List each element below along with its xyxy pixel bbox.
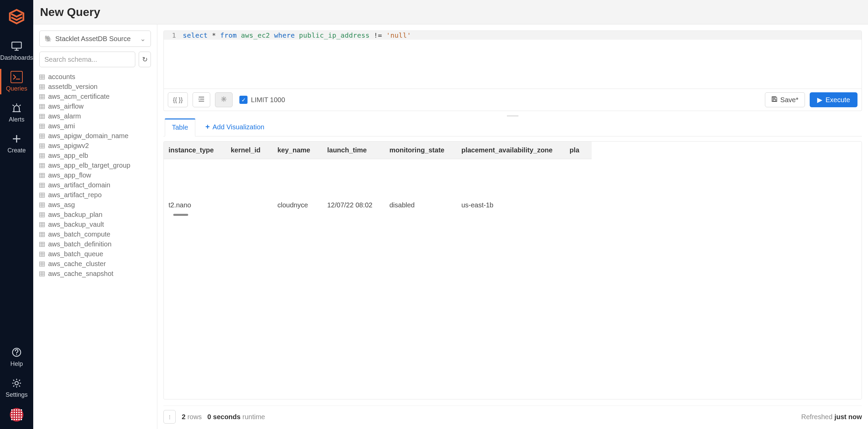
nav-item-alerts[interactable]: Alerts xyxy=(0,97,33,128)
table-column-header[interactable]: placement_availability_zone xyxy=(457,142,565,159)
add-vis-label: Add Visualization xyxy=(213,123,264,131)
schema-table-item[interactable]: aws_batch_queue xyxy=(39,249,150,259)
schema-table-item[interactable]: aws_app_flow xyxy=(39,170,150,180)
table-column-header[interactable]: key_name xyxy=(273,142,322,159)
sql-editor[interactable]: 1 select * from aws_ec2 where public_ip_… xyxy=(163,31,862,89)
table-column-header[interactable]: kernel_id xyxy=(226,142,273,159)
svg-line-18 xyxy=(13,380,14,381)
svg-rect-134 xyxy=(773,99,776,101)
svg-rect-122 xyxy=(40,272,45,276)
table-icon xyxy=(39,193,45,198)
schema-table-item[interactable]: aws_asg xyxy=(39,200,150,210)
schema-table-item[interactable]: aws_apigw_domain_name xyxy=(39,131,150,141)
table-column-header[interactable]: pla xyxy=(565,142,592,159)
schema-table-item[interactable]: aws_app_elb_target_group xyxy=(39,161,150,170)
svg-rect-27 xyxy=(40,85,45,89)
schema-table-item[interactable]: aws_batch_definition xyxy=(39,239,150,249)
schema-table-item[interactable]: accounts xyxy=(39,72,150,82)
svg-rect-67 xyxy=(40,163,45,168)
monitor-icon xyxy=(11,40,23,52)
kebab-icon: ⋮ xyxy=(167,414,172,419)
results-menu-button[interactable]: ⋮ xyxy=(163,410,176,424)
table-icon xyxy=(39,262,45,266)
table-icon xyxy=(39,212,45,217)
nav-label: Queries xyxy=(6,85,27,92)
nav-label: Create xyxy=(7,147,26,154)
schema-table-item[interactable]: aws_batch_compute xyxy=(39,229,150,239)
svg-rect-117 xyxy=(40,262,45,266)
schema-table-item[interactable]: aws_backup_vault xyxy=(39,220,150,229)
schema-refresh-button[interactable]: ↻ xyxy=(139,52,151,67)
table-cell xyxy=(226,197,273,214)
query-params-button[interactable]: {{ }} xyxy=(168,92,188,107)
schema-table-item[interactable]: aws_alarm xyxy=(39,111,150,121)
table-column-header[interactable]: instance_type xyxy=(164,142,226,159)
data-source-select[interactable]: 🐘 Stacklet AssetDB Source ⌄ xyxy=(39,31,151,47)
schema-table-item[interactable]: aws_airflow xyxy=(39,101,150,111)
autocomplete-button[interactable] xyxy=(215,92,233,107)
results-table-container[interactable]: instance_typekernel_idkey_namelaunch_tim… xyxy=(163,141,862,399)
table-column-header[interactable]: launch_time xyxy=(322,142,384,159)
table-column-header[interactable]: monitoring_state xyxy=(384,142,456,159)
schema-table-name: aws_batch_definition xyxy=(48,240,112,248)
schema-table-name: aws_artifact_repo xyxy=(48,191,102,199)
editor-gutter: 1 xyxy=(164,31,180,40)
table-icon xyxy=(39,242,45,247)
schema-table-item[interactable]: aws_artifact_domain xyxy=(39,180,150,190)
checkbox-checked-icon: ✓ xyxy=(239,96,248,104)
nav-item-queries[interactable]: Queries xyxy=(0,66,33,97)
format-icon xyxy=(198,96,205,104)
svg-rect-62 xyxy=(40,153,45,158)
svg-point-13 xyxy=(15,381,18,385)
nav-item-create[interactable]: Create xyxy=(0,128,33,159)
schema-table-item[interactable]: assetdb_version xyxy=(39,82,150,92)
schema-table-name: assetdb_version xyxy=(48,83,98,91)
refresh-icon: ↻ xyxy=(142,55,148,63)
svg-rect-52 xyxy=(40,134,45,138)
table-row[interactable]: t2.nanocloudnyce12/07/22 08:02disabledus… xyxy=(164,197,592,214)
schema-table-item[interactable]: aws_app_elb xyxy=(39,151,150,161)
schema-table-item[interactable]: aws_apigwv2 xyxy=(39,141,150,151)
svg-rect-112 xyxy=(40,252,45,256)
results-tabs: Table + Add Visualization xyxy=(163,118,862,136)
schema-table-item[interactable]: aws_acm_certificate xyxy=(39,92,150,101)
svg-rect-82 xyxy=(40,193,45,197)
nav-item-apps[interactable] xyxy=(0,403,33,429)
horizontal-scroll-thumb[interactable] xyxy=(173,214,188,216)
svg-rect-77 xyxy=(40,183,45,187)
results-footer: ⋮ 2 rows 0 seconds runtime Refreshed jus… xyxy=(163,406,862,429)
svg-rect-107 xyxy=(40,242,45,246)
nav-item-settings[interactable]: Settings xyxy=(0,372,33,403)
schema-table-item[interactable]: aws_ami xyxy=(39,121,150,131)
refreshed-label: Refreshed xyxy=(801,413,832,421)
svg-line-21 xyxy=(13,386,14,387)
schema-table-item[interactable]: aws_backup_plan xyxy=(39,210,150,220)
nav-label: Help xyxy=(10,360,23,368)
schema-search-input[interactable] xyxy=(39,52,135,67)
table-icon xyxy=(39,85,45,89)
schema-table-item[interactable]: aws_cache_cluster xyxy=(39,259,150,269)
schema-table-name: aws_app_elb xyxy=(48,152,88,160)
chevron-down-icon: ⌄ xyxy=(140,35,146,43)
schema-table-item[interactable]: aws_cache_snapshot xyxy=(39,269,150,279)
schema-table-name: aws_backup_vault xyxy=(48,221,104,228)
apps-grid-icon xyxy=(10,408,23,422)
format-query-button[interactable] xyxy=(193,92,210,107)
schema-table-name: aws_batch_queue xyxy=(48,250,103,258)
pane-resize-handle[interactable] xyxy=(163,114,862,118)
schema-table-name: aws_batch_compute xyxy=(48,230,110,238)
svg-rect-37 xyxy=(40,104,45,109)
app-logo xyxy=(8,8,25,25)
execute-button[interactable]: ▶ Execute xyxy=(810,92,857,107)
schema-table-list[interactable]: accountsassetdb_versionaws_acm_certifica… xyxy=(39,72,151,423)
add-visualization-button[interactable]: + Add Visualization xyxy=(203,118,267,136)
svg-rect-102 xyxy=(40,232,45,237)
tab-table[interactable]: Table xyxy=(165,118,195,136)
nav-item-help[interactable]: Help xyxy=(0,341,33,372)
schema-table-item[interactable]: aws_artifact_repo xyxy=(39,190,150,200)
svg-rect-72 xyxy=(40,173,45,178)
svg-rect-87 xyxy=(40,203,45,207)
limit-toggle[interactable]: ✓ LIMIT 1000 xyxy=(239,96,285,104)
save-button[interactable]: Save* xyxy=(765,92,805,107)
nav-item-dashboards[interactable]: Dashboards xyxy=(0,35,33,66)
